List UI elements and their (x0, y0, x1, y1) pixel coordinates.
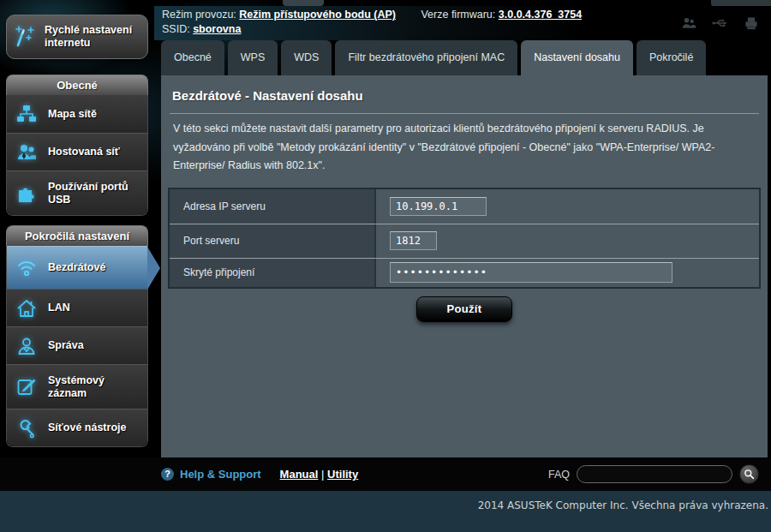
sidebar-item-label: Hostovaná síť (48, 146, 120, 158)
guest-network-icon (14, 140, 39, 165)
lan-icon (14, 296, 39, 321)
wireless-tabs: Obecné WPS WDS Filtr bezdrátového připoj… (161, 40, 706, 75)
search-icon (744, 469, 755, 480)
network-map-icon (14, 101, 39, 127)
network-tools-icon (14, 415, 39, 441)
server-port-input[interactable] (390, 231, 437, 250)
usb-application-icon (14, 181, 39, 206)
link-separator: | (321, 468, 324, 481)
connection-secret-input[interactable] (390, 262, 672, 283)
clients-icon[interactable] (680, 15, 697, 31)
section-description: V této sekci můžete nastavit další param… (173, 120, 754, 176)
sidebar-item-label: Bezdrátové (48, 261, 105, 274)
help-support-link[interactable]: Help & Support (180, 468, 261, 481)
utility-link[interactable]: Utility (327, 468, 358, 481)
ssid-link[interactable]: sborovna (193, 23, 241, 35)
section-title-advanced: Pokročilá nastavení (6, 225, 148, 246)
faq-label: FAQ (548, 469, 570, 481)
table-row: Port serveru (170, 224, 759, 259)
sidebar-item-label: Síťové nástroje (48, 421, 126, 434)
manual-utility-links: Manual | Utility (280, 468, 359, 481)
sidebar-item-guest-network[interactable]: Hostovaná síť (7, 133, 147, 170)
apply-button[interactable]: Použít (416, 296, 512, 322)
sidebar-item-label: Používání portů USB (48, 181, 144, 206)
usb-icon[interactable] (711, 15, 730, 31)
sidebar-item-system-log[interactable]: Systémový záznam (7, 364, 147, 409)
quick-internet-setup-button[interactable]: Rychlé nastavení internetu (6, 15, 148, 59)
top-info-bar: Režim provozu: Režim přístupového bodu (… (154, 6, 771, 40)
system-log-icon (14, 374, 39, 400)
faq-search-group: FAQ (548, 464, 759, 484)
server-ip-input[interactable] (390, 197, 487, 216)
firmware-version-link[interactable]: 3.0.0.4.376_3754 (499, 9, 582, 21)
sidebar-section-advanced: Pokročilá nastavení Bezdrátové LAN (6, 225, 148, 447)
apply-button-container: Použít (168, 296, 761, 322)
header-decoration (283, 0, 324, 6)
sidebar-item-administration[interactable]: Správa (7, 326, 147, 364)
table-row: Skryté připojení (170, 259, 759, 287)
radius-settings-table: Adresa IP serveru Port serveru Skryté př… (168, 188, 761, 289)
wireless-icon (14, 255, 39, 281)
sidebar-item-label: Správa (48, 339, 84, 352)
bottom-bar: ? Help & Support Manual | Utility FAQ (0, 457, 771, 491)
sidebar: Rychlé nastavení internetu Obecné Mapa s… (0, 0, 154, 447)
tab-pokrocile[interactable]: Pokročilé (637, 40, 706, 75)
sidebar-item-network-tools[interactable]: Síťové nástroje (7, 409, 147, 446)
sidebar-item-wireless[interactable]: Bezdrátové (7, 246, 147, 289)
help-icon: ? (161, 468, 174, 481)
copyright-footer: 2014 ASUSTeK Computer Inc. Všechna práva… (0, 491, 771, 532)
server-port-label: Port serveru (170, 224, 376, 258)
status-icons (680, 15, 759, 31)
sidebar-section-general: Obecné Mapa sítě Hostovaná síť (6, 75, 148, 216)
table-row: Adresa IP serveru (170, 189, 759, 224)
tab-mac-filter[interactable]: Filtr bezdrátového připojení MAC (335, 40, 517, 75)
tab-nastaveni-dosahu[interactable]: Nastavení dosahu (521, 40, 633, 75)
firmware-label: Verze firmwaru: (421, 9, 495, 21)
tab-wps[interactable]: WPS (228, 40, 278, 75)
section-title-general: Obecné (6, 75, 148, 95)
operation-mode-link[interactable]: Režim přístupového bodu (AP) (239, 9, 396, 21)
sidebar-item-lan[interactable]: LAN (7, 289, 147, 326)
page-title: Bezdrátové - Nastavení dosahu (168, 75, 761, 103)
quick-setup-label: Rychlé nastavení internetu (45, 24, 142, 50)
sidebar-item-label: LAN (48, 302, 70, 314)
sidebar-item-label: Systémový záznam (48, 374, 144, 400)
manual-link[interactable]: Manual (280, 468, 319, 481)
ssid-label: SSID: (162, 23, 190, 35)
sidebar-item-usb-application[interactable]: Používání portů USB (7, 170, 147, 215)
sidebar-item-network-map[interactable]: Mapa sítě (7, 95, 147, 133)
faq-search-button[interactable] (739, 464, 759, 484)
faq-search-input[interactable] (577, 465, 732, 483)
tab-obecne[interactable]: Obecné (161, 40, 224, 75)
administration-icon (14, 333, 39, 359)
sidebar-item-label: Mapa sítě (48, 108, 97, 121)
server-ip-label: Adresa IP serveru (170, 189, 376, 224)
content-panel: Bezdrátové - Nastavení dosahu V této sek… (161, 75, 768, 457)
operation-mode-label: Režim provozu: (162, 9, 236, 21)
connection-secret-label: Skryté připojení (170, 259, 376, 287)
tab-wds[interactable]: WDS (281, 40, 332, 75)
router-admin-page: Režim provozu: Režim přístupového bodu (… (0, 0, 771, 532)
magic-wand-icon (12, 24, 38, 50)
printer-icon[interactable] (744, 15, 759, 31)
title-divider (170, 113, 759, 114)
